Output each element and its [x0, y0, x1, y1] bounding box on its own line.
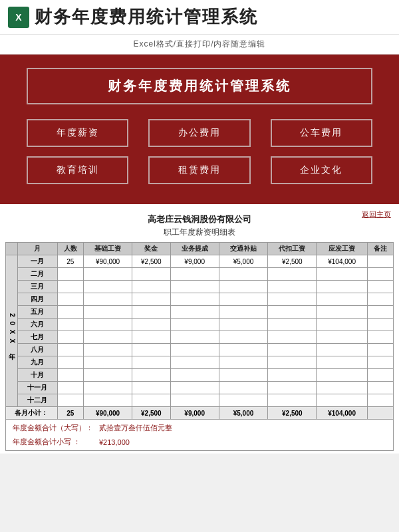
table-cell	[317, 293, 367, 306]
col-year-header	[6, 243, 18, 255]
table-cell	[83, 306, 132, 319]
table-section: 高老庄云钱洞股份有限公司 职工年度薪资明细表 返回主页 月 人数 基础工资 奖金…	[0, 204, 399, 454]
btn-rent[interactable]: 租赁费用	[148, 156, 250, 184]
table-cell	[170, 268, 219, 281]
col-remark: 备注	[367, 243, 393, 255]
table-cell	[219, 306, 267, 319]
nav-button-grid: 年度薪资 办公费用 公车费用 教育培训 租赁费用 企业文化	[27, 119, 372, 184]
table-cell: 三月	[18, 281, 58, 293]
table-cell	[170, 369, 219, 382]
btn-office[interactable]: 办公费用	[148, 119, 250, 147]
table-cell	[132, 306, 170, 319]
table-wrapper: 月 人数 基础工资 奖金 业务提成 交通补贴 代扣工资 应发工资 备注 2 0 …	[0, 242, 399, 454]
table-row: 四月	[6, 293, 394, 306]
table-title: 职工年度薪资明细表	[5, 227, 394, 242]
table-cell	[219, 319, 267, 331]
table-cell	[268, 331, 317, 344]
table-cell	[83, 394, 132, 407]
table-cell: 六月	[18, 319, 58, 331]
table-cell	[57, 268, 83, 281]
subtitle-text: Excel格式/直接打印/内容随意编辑	[133, 39, 265, 49]
table-cell	[219, 268, 267, 281]
table-cell	[367, 268, 393, 281]
table-cell	[268, 306, 317, 319]
table-cell	[367, 382, 393, 394]
table-cell: 十二月	[18, 394, 58, 407]
company-name: 高老庄云钱洞股份有限公司	[5, 208, 394, 227]
table-cell	[132, 293, 170, 306]
table-cell	[132, 369, 170, 382]
summary-label-2: 年度金额合计小写 ：	[13, 437, 99, 447]
table-cell: ¥2,500	[268, 255, 317, 268]
table-cell	[83, 369, 132, 382]
table-cell: 五月	[18, 306, 58, 319]
table-cell	[83, 331, 132, 344]
col-base-salary: 基础工资	[83, 243, 132, 255]
table-cell	[367, 293, 393, 306]
table-cell	[367, 306, 393, 319]
table-cell: ¥5,000	[219, 255, 267, 268]
table-cell	[83, 281, 132, 293]
table-cell	[57, 293, 83, 306]
page-title: 财务年度费用统计管理系统	[35, 5, 258, 29]
table-cell	[367, 281, 393, 293]
summary-value-1: 贰拾壹万叁仟伍佰元整	[99, 423, 172, 433]
table-cell	[132, 319, 170, 331]
back-link[interactable]: 返回主页	[362, 209, 391, 219]
btn-salary[interactable]: 年度薪资	[27, 119, 128, 147]
table-cell	[170, 281, 219, 293]
table-row: 五月	[6, 306, 394, 319]
total-bonus: ¥2,500	[132, 407, 170, 420]
btn-car[interactable]: 公车费用	[271, 119, 372, 147]
table-cell	[83, 268, 132, 281]
table-cell: 一月	[18, 255, 58, 268]
table-cell	[317, 356, 367, 369]
table-cell	[268, 394, 317, 407]
table-cell	[219, 281, 267, 293]
excel-icon: X	[8, 7, 29, 28]
table-cell	[317, 394, 367, 407]
total-label: 各月小计：	[6, 407, 58, 420]
table-cell	[170, 394, 219, 407]
table-row: 九月	[6, 356, 394, 369]
summary-label-1: 年度金额合计（大写）：	[13, 423, 99, 433]
total-deduction: ¥2,500	[268, 407, 317, 420]
summary-row-2: 年度金额合计小写 ： ¥213,000	[9, 435, 390, 449]
table-cell	[268, 293, 317, 306]
table-cell	[367, 255, 393, 268]
btn-education[interactable]: 教育培训	[27, 156, 128, 184]
table-cell	[83, 293, 132, 306]
table-cell	[219, 331, 267, 344]
table-cell	[170, 293, 219, 306]
table-cell: 九月	[18, 356, 58, 369]
table-cell: 四月	[18, 293, 58, 306]
table-cell	[57, 356, 83, 369]
table-cell	[268, 281, 317, 293]
table-cell: ¥90,000	[83, 255, 132, 268]
year-cell: 2 0 X X 年	[6, 255, 18, 407]
table-cell	[57, 319, 83, 331]
table-cell: ¥9,000	[170, 255, 219, 268]
table-cell: 十一月	[18, 382, 58, 394]
table-cell	[367, 319, 393, 331]
table-cell	[57, 306, 83, 319]
table-cell	[170, 331, 219, 344]
total-base: ¥90,000	[83, 407, 132, 420]
total-row: 各月小计： 25 ¥90,000 ¥2,500 ¥9,000 ¥5,000 ¥2…	[6, 407, 394, 420]
table-cell	[317, 382, 367, 394]
btn-culture[interactable]: 企业文化	[271, 156, 372, 184]
table-cell: 25	[57, 255, 83, 268]
table-cell	[219, 356, 267, 369]
table-row: 十月	[6, 369, 394, 382]
table-row: 七月	[6, 331, 394, 344]
table-cell	[170, 344, 219, 356]
total-commission: ¥9,000	[170, 407, 219, 420]
table-row: 三月	[6, 281, 394, 293]
col-bonus: 奖金	[132, 243, 170, 255]
summary-row-1: 年度金额合计（大写）： 贰拾壹万叁仟伍佰元整	[9, 421, 390, 435]
red-panel: 财务年度费用统计管理系统 年度薪资 办公费用 公车费用 教育培训 租赁费用 企业…	[0, 55, 399, 204]
subtitle-bar: Excel格式/直接打印/内容随意编辑	[0, 35, 399, 55]
table-cell	[57, 281, 83, 293]
table-row: 八月	[6, 344, 394, 356]
red-panel-title: 财务年度费用统计管理系统	[28, 77, 371, 95]
